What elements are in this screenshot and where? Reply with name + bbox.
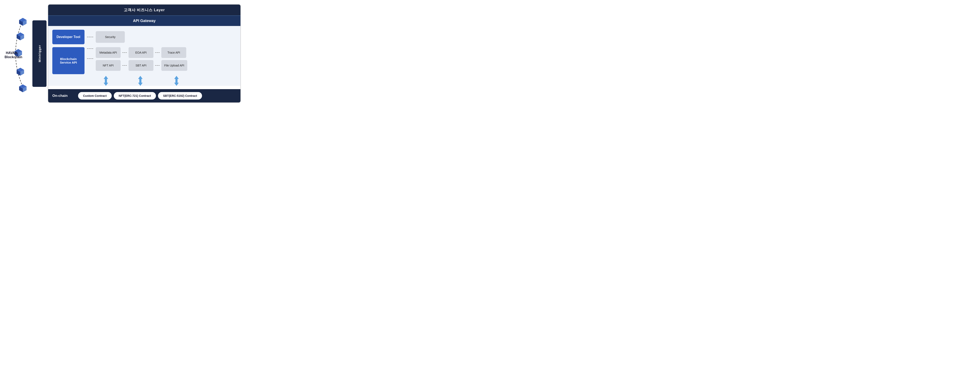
eoa-api-box: EOA API [129,47,153,58]
svg-text:HAVAH: HAVAH [6,51,17,54]
contract-pill-2: SBT(ERC-5192) Contract [158,92,202,99]
onchain-label: On-chain [52,94,73,98]
top-bar: 고객사 비즈니스 Layer [48,5,240,15]
arrow-3 [161,76,192,86]
content-area: Developer Tool Security BlockchainServic… [48,26,240,86]
arrow-head-down-3 [174,83,179,86]
blockchain-service-label: BlockchainService API [60,57,77,64]
dash-4 [155,65,160,66]
dashed-connector-1 [87,37,93,37]
dash-2 [155,52,160,53]
arrow-1 [92,76,120,86]
nft-api-box: NFT API [96,60,121,71]
metadata-api-box: Metadata API [96,47,121,58]
dashed-h-top [87,48,93,49]
contracts-area: Custom Contract NFT(ERC-721) Contract SB… [78,92,236,99]
diagram-container: HAVAH Blockchain Mintrigger 고객사 비즈니스 Lay… [4,4,241,103]
api-gateway-bar: API Gateway [48,15,240,26]
arrow-shaft-2 [139,79,142,83]
contract-pill-0: Custom Contract [78,92,112,99]
arrow-shaft-3 [175,79,178,83]
developer-tool-row: Developer Tool Security [52,30,236,44]
sbt-api-box: SBT API [129,60,153,71]
dash-1 [122,52,127,53]
arrow-head-up-1 [103,76,108,79]
arrow-head-down-2 [138,83,143,86]
file-upload-api-box: File Upload API [161,60,187,71]
blockchain-service-box: BlockchainService API [52,47,84,74]
left-section: HAVAH Blockchain [4,14,31,93]
api-row-2: NFT API SBT API File Upload API [96,60,236,71]
onchain-bar: On-chain Custom Contract NFT(ERC-721) Co… [48,89,240,102]
mintrigger-label: Mintrigger [38,45,41,62]
arrow-head-up-3 [174,76,179,79]
mintrigger-column: Mintrigger [32,20,46,87]
blockchain-arc-svg: HAVAH Blockchain [4,14,31,93]
svg-text:Blockchain: Blockchain [5,55,22,59]
api-grid: Metadata API EOA API Trace API NFT API S… [96,47,236,71]
dash-3 [122,65,127,66]
arrow-head-up-2 [138,76,143,79]
contract-pill-1: NFT(ERC-721) Contract [114,92,156,99]
arrow-2 [126,76,154,86]
arrows-row [52,76,236,86]
developer-tool-box: Developer Tool [52,30,84,44]
main-panel: 고객사 비즈니스 Layer API Gateway Developer Too… [48,4,241,103]
arrow-shaft-1 [105,79,107,83]
trace-api-box: Trace API [161,47,186,58]
security-box: Security [96,31,125,43]
blockchain-service-row: BlockchainService API Metadat [52,47,236,74]
api-row-1: Metadata API EOA API Trace API [96,47,236,58]
arrow-head-down-1 [103,83,108,86]
dashed-h-bottom [87,58,93,59]
